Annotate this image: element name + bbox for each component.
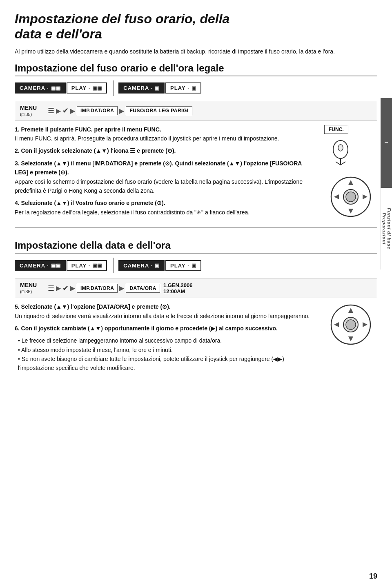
bullet-3: Se non avete bisogno di cambiare tutte l… xyxy=(18,354,317,373)
page-number: 19 xyxy=(369,572,377,581)
arrow-1: ▶ xyxy=(56,107,61,115)
step-2-instruction: 2. Con il joystick selezionate (▲▼) l'ic… xyxy=(15,146,317,155)
menu-label-1: MENU (□ 35) xyxy=(20,105,45,117)
joystick-icon-2 xyxy=(328,302,373,347)
svg-marker-10 xyxy=(334,194,339,199)
menu-label-2: MENU (□ 35) xyxy=(20,282,45,294)
camera-tape-badge: CAMERA · ▣▣ xyxy=(15,82,66,94)
check-icon: ✔ xyxy=(62,106,69,115)
bullet-1: Le frecce di selezione lampeggeranno int… xyxy=(18,336,317,345)
arrow-3: ▶ xyxy=(119,107,124,115)
step-imp-dat-ora: IMP.DAT/ORA xyxy=(77,106,118,115)
svg-marker-9 xyxy=(348,209,353,214)
page-title: Impostazione del fuso orario, della data… xyxy=(15,11,377,42)
arrow-4: ▶ xyxy=(56,284,61,292)
sidebar-i-label: I xyxy=(381,98,392,188)
step-1-instruction: 1. Premete il pulsante FUNC. per aprire … xyxy=(15,125,317,143)
play-card-badge: PLAY · ▣ xyxy=(165,82,201,94)
section2-content: 5. Selezionate (▲▼) l'opzione [DATA/ORA]… xyxy=(15,302,377,373)
section2-heading: Impostazione della data e dell'ora xyxy=(15,240,377,254)
section2-text: 5. Selezionate (▲▼) l'opzione [DATA/ORA]… xyxy=(15,302,317,373)
bullet-2: Allo stesso modo impostate il mese, l'an… xyxy=(18,345,317,354)
svg-point-4 xyxy=(338,145,343,151)
section1-figures: FUNC. xyxy=(324,125,377,220)
step-data-ora: DATA/ORA xyxy=(126,284,160,293)
camera-card-badge-2: CAMERA · ▣ xyxy=(118,260,165,271)
svg-marker-15 xyxy=(348,308,353,313)
step-6-bullets: Le frecce di selezione lampeggeranno int… xyxy=(15,336,317,373)
arrow-2: ▶ xyxy=(70,107,75,115)
func-label: FUNC. xyxy=(324,125,348,134)
arrow-5: ▶ xyxy=(70,284,75,292)
step-fuso-ora: FUSO/ORA LEG PARIGI xyxy=(126,106,192,115)
step-3-instruction: 3. Selezionate (▲▼) il menu [IMP.DAT/ORA… xyxy=(15,159,317,196)
play-card-badge-2: PLAY · ▣ xyxy=(165,260,201,271)
date-value: 1.GEN.200612:00AM xyxy=(163,282,193,294)
camera-card-badge: CAMERA · ▣ xyxy=(118,82,165,94)
sidebar-prep-label: Funzioni di basePreparazioni xyxy=(381,188,392,270)
mode-divider-2 xyxy=(113,258,114,273)
intro-paragraph: Al primo utilizzo della videocamera e qu… xyxy=(15,47,377,56)
section1-content: 1. Premete il pulsante FUNC. per aprire … xyxy=(15,125,377,220)
section1-heading: Impostazione del fuso orario e dell'ora … xyxy=(15,62,377,76)
arrow-6: ▶ xyxy=(119,284,124,292)
svg-point-7 xyxy=(346,192,356,202)
section2-figure xyxy=(324,302,377,373)
mode-bar-2: CAMERA · ▣▣ PLAY · ▣▣ CAMERA · ▣ PLAY · … xyxy=(15,258,377,273)
step-6-instruction: 6. Con il joystick cambiate (▲▼) opportu… xyxy=(15,324,317,333)
svg-marker-18 xyxy=(363,322,368,327)
svg-marker-16 xyxy=(348,336,353,341)
list-icon-2: ☰ xyxy=(48,284,54,293)
mode-bar-1: CAMERA · ▣▣ PLAY · ▣▣ CAMERA · ▣ PLAY · … xyxy=(15,80,377,96)
svg-line-2 xyxy=(336,162,341,165)
step-4-instruction: 4. Selezionate (▲▼) il Vostro fuso orari… xyxy=(15,198,317,217)
section-divider-2 xyxy=(15,227,377,228)
menu-flow-2: MENU (□ 35) ☰ ▶ ✔ ▶ IMP.DAT/ORA ▶ DATA/O… xyxy=(15,278,377,298)
svg-marker-17 xyxy=(334,322,339,327)
list-icon: ☰ xyxy=(48,106,54,115)
svg-marker-8 xyxy=(348,180,353,185)
play-tape-badge: PLAY · ▣▣ xyxy=(67,82,107,94)
camera-tape-badge-2: CAMERA · ▣▣ xyxy=(15,260,66,271)
svg-point-14 xyxy=(346,320,356,330)
check-icon-2: ✔ xyxy=(62,284,69,293)
play-tape-badge-2: PLAY · ▣▣ xyxy=(67,260,107,271)
section1-text: 1. Premete il pulsante FUNC. per aprire … xyxy=(15,125,317,220)
svg-line-3 xyxy=(341,162,345,165)
hand-press-icon xyxy=(324,136,357,169)
mode-divider xyxy=(113,80,114,96)
menu-flow-1: MENU (□ 35) ☰ ▶ ✔ ▶ IMP.DAT/ORA ▶ FUSO/O… xyxy=(15,101,377,121)
step-5-instruction: 5. Selezionate (▲▼) l'opzione [DATA/ORA]… xyxy=(15,302,317,321)
step-imp-dat-ora-2: IMP.DAT/ORA xyxy=(77,284,118,293)
joystick-icon xyxy=(328,174,373,219)
svg-marker-11 xyxy=(363,194,368,199)
